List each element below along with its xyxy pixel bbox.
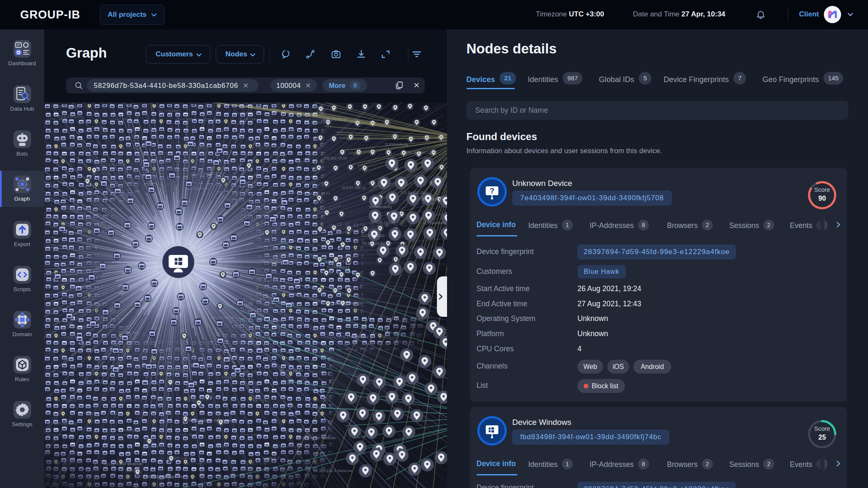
- svg-text:St.Petersburg: St.Petersburg: [423, 221, 446, 225]
- svg-text:79.120.0.017 Moscow: 79.120.0.017 Moscow: [103, 461, 142, 466]
- svg-text:170.16.52.16 Moscow: 170.16.52.16 Moscow: [143, 474, 182, 479]
- svg-text:46.138.44.84: 46.138.44.84: [308, 191, 331, 196]
- svg-text:95.220.143.8: 95.220.143.8: [191, 172, 213, 176]
- svg-text:178.154.244.16: 178.154.244.16: [60, 325, 86, 329]
- svg-text:5.228.1.7: 5.228.1.7: [263, 456, 280, 460]
- svg-text:St.Petersburg: St.Petersburg: [54, 422, 77, 426]
- svg-text:Moscow: Moscow: [125, 468, 140, 472]
- svg-text:128.204.66.21: 128.204.66.21: [185, 186, 210, 191]
- svg-text:179.176.184.244: 179.176.184.244: [339, 334, 368, 339]
- svg-text:178.154.244.16: 178.154.244.16: [164, 367, 191, 371]
- svg-text:St.Petersburg: St.Petersburg: [327, 265, 350, 269]
- svg-text:188.170.82.17: 188.170.82.17: [155, 371, 179, 376]
- svg-text:46.138.44.84 Moscow: 46.138.44.84 Moscow: [296, 435, 336, 440]
- svg-text:176.59.214.33: 176.59.214.33: [325, 259, 349, 263]
- svg-text:37.110.128.4: 37.110.128.4: [243, 297, 265, 302]
- svg-text:95.220.143.8: 95.220.143.8: [422, 197, 445, 201]
- svg-text:37.110.128.4: 37.110.128.4: [95, 265, 117, 269]
- svg-text:213.87.160.11: 213.87.160.11: [275, 252, 299, 256]
- svg-text:88.201.56.7: 88.201.56.7: [305, 120, 326, 125]
- svg-text:188.170.82.17: 188.170.82.17: [204, 264, 228, 268]
- svg-text:178.154.244.16: 178.154.244.16: [405, 151, 431, 155]
- svg-text:5.228.119.46: 5.228.119.46: [55, 104, 77, 109]
- svg-text:?: ?: [490, 187, 495, 195]
- svg-text:188.170.82.17: 188.170.82.17: [259, 258, 284, 263]
- svg-text:213.87.160.11: 213.87.160.11: [361, 233, 385, 238]
- svg-text:178.154.244.16: 178.154.244.16: [167, 456, 193, 460]
- svg-text:46.138.44.84: 46.138.44.84: [117, 260, 139, 264]
- svg-text:95.220.143.8: 95.220.143.8: [282, 427, 304, 432]
- svg-text:82.4e6ty 3ab084 3rd Mazpow: 82.4e6ty 3ab084 3rd Mazpow: [183, 418, 236, 422]
- svg-text:176.59.214.33: 176.59.214.33: [400, 191, 425, 195]
- svg-text:95.220.143.8: 95.220.143.8: [198, 118, 220, 122]
- svg-text:37.110.128.4: 37.110.128.4: [103, 162, 125, 167]
- svg-text:St.Petersburg: St.Petersburg: [385, 142, 408, 146]
- svg-text:St.Petersburg: St.Petersburg: [369, 205, 392, 209]
- svg-text:46.138.44.84: 46.138.44.84: [363, 241, 385, 245]
- svg-text:80.254.58.64: 80.254.58.64: [280, 368, 303, 373]
- svg-text:77.51.209.146: 77.51.209.146: [269, 246, 294, 250]
- svg-text:Moscow: Moscow: [177, 199, 191, 204]
- svg-text:77.51.209.146: 77.51.209.146: [56, 114, 81, 119]
- svg-text:46.138.44.84: 46.138.44.84: [212, 316, 234, 320]
- svg-text:139.135.78.254: 139.135.78.254: [334, 301, 362, 305]
- svg-text:188.170.82.17: 188.170.82.17: [323, 117, 347, 122]
- svg-text:Moscow: Moscow: [90, 125, 104, 130]
- svg-text:188.170.82.17: 188.170.82.17: [212, 268, 236, 273]
- svg-text:37.110.128.4: 37.110.128.4: [61, 278, 82, 283]
- svg-text:176.59.214.33: 176.59.214.33: [371, 220, 395, 224]
- svg-text:86.110.222.6 Moscow: 86.110.222.6 Moscow: [313, 468, 352, 473]
- svg-text:176.59.214.33: 176.59.214.33: [167, 303, 191, 308]
- svg-text:31.173.242.5: 31.173.242.5: [159, 109, 181, 113]
- svg-text:31.173.242.5: 31.173.242.5: [108, 224, 130, 228]
- svg-text:213.87.160.11: 213.87.160.11: [342, 186, 366, 190]
- svg-text:88.201.56.7: 88.201.56.7: [119, 330, 139, 334]
- svg-text:37.110.128.4: 37.110.128.4: [141, 242, 163, 246]
- svg-text:109.252.78.90: 109.252.78.90: [274, 329, 298, 334]
- svg-text:31.173.242.5: 31.173.242.5: [90, 371, 113, 376]
- svg-text:178.154.244.16: 178.154.244.16: [114, 428, 140, 432]
- svg-text:Moscow: Moscow: [222, 375, 236, 379]
- svg-text:Moscow: Moscow: [236, 111, 250, 115]
- svg-text:109.252.78.90: 109.252.78.90: [323, 156, 347, 160]
